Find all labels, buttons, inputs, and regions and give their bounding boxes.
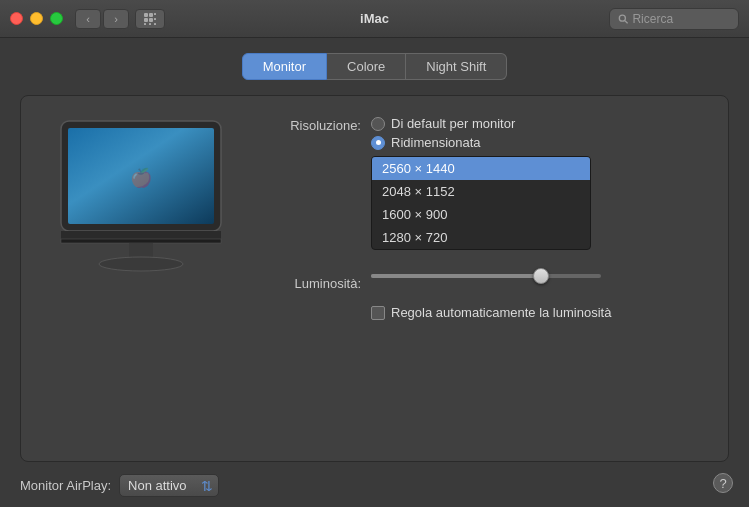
bottom-bar: Monitor AirPlay: Non attivo Attivo ⇅ Mos… xyxy=(20,474,729,497)
brightness-label: Luminosità: xyxy=(261,274,361,291)
slider-track xyxy=(371,274,601,278)
tab-colore[interactable]: Colore xyxy=(327,53,406,80)
search-bar[interactable] xyxy=(609,8,739,30)
svg-rect-5 xyxy=(154,18,156,20)
panel-inner: 🍎 Risoluzione: Di default per monitor xyxy=(41,116,708,320)
svg-point-16 xyxy=(99,257,183,271)
airplay-dropdown-wrapper: Non attivo Attivo ⇅ xyxy=(119,474,219,497)
settings-area: Risoluzione: Di default per monitor Ridi… xyxy=(261,116,708,320)
nav-buttons: ‹ › xyxy=(75,9,165,29)
airplay-dropdown[interactable]: Non attivo Attivo xyxy=(119,474,219,497)
slider-thumb[interactable] xyxy=(533,268,549,284)
search-input[interactable] xyxy=(632,12,730,26)
help-icon: ? xyxy=(719,476,726,491)
auto-brightness-checkbox[interactable] xyxy=(371,306,385,320)
window-controls xyxy=(10,12,63,25)
svg-rect-2 xyxy=(144,18,148,22)
svg-rect-0 xyxy=(144,13,148,17)
maximize-button[interactable] xyxy=(50,12,63,25)
minimize-button[interactable] xyxy=(30,12,43,25)
back-button[interactable]: ‹ xyxy=(75,9,101,29)
forward-button[interactable]: › xyxy=(103,9,129,29)
svg-rect-4 xyxy=(154,13,156,15)
tab-monitor[interactable]: Monitor xyxy=(242,53,327,80)
resolution-radio-group: Di default per monitor Ridimensionata xyxy=(371,116,591,150)
airplay-row: Monitor AirPlay: Non attivo Attivo ⇅ xyxy=(20,474,219,497)
imac-image: 🍎 xyxy=(41,116,241,276)
svg-rect-7 xyxy=(149,23,151,25)
help-button[interactable]: ? xyxy=(713,473,733,493)
svg-rect-1 xyxy=(149,13,153,17)
main-content: Monitor Colore Night Shift xyxy=(0,38,749,507)
radio-circle-scaled xyxy=(371,136,385,150)
close-button[interactable] xyxy=(10,12,23,25)
titlebar: ‹ › iMac xyxy=(0,0,749,38)
svg-rect-3 xyxy=(149,18,153,22)
resolution-item-3[interactable]: 1280 × 720 xyxy=(372,226,590,249)
grid-button[interactable] xyxy=(135,9,165,29)
radio-default-label: Di default per monitor xyxy=(391,116,515,131)
brightness-row: Luminosità: xyxy=(261,274,708,291)
settings-panel: 🍎 Risoluzione: Di default per monitor xyxy=(20,95,729,462)
search-icon xyxy=(618,13,628,25)
resolution-label: Risoluzione: xyxy=(261,116,361,133)
resolution-list[interactable]: 2560 × 1440 2048 × 1152 1600 × 900 1280 … xyxy=(371,156,591,250)
radio-default[interactable]: Di default per monitor xyxy=(371,116,591,131)
slider-fill xyxy=(371,274,544,278)
resolution-item-2[interactable]: 1600 × 900 xyxy=(372,203,590,226)
svg-rect-6 xyxy=(144,23,146,25)
resolution-row: Risoluzione: Di default per monitor Ridi… xyxy=(261,116,708,250)
tab-night-shift[interactable]: Night Shift xyxy=(406,53,507,80)
svg-point-9 xyxy=(619,15,625,21)
airplay-label: Monitor AirPlay: xyxy=(20,478,111,493)
svg-line-10 xyxy=(625,20,628,23)
svg-rect-14 xyxy=(61,239,221,243)
auto-brightness-label: Regola automaticamente la luminosità xyxy=(391,305,611,320)
resolution-item-0[interactable]: 2560 × 1440 xyxy=(372,157,590,180)
window-title: iMac xyxy=(360,11,389,26)
svg-rect-8 xyxy=(154,23,156,25)
radio-scaled[interactable]: Ridimensionata xyxy=(371,135,591,150)
tab-bar: Monitor Colore Night Shift xyxy=(20,53,729,80)
radio-circle-default xyxy=(371,117,385,131)
brightness-slider[interactable] xyxy=(371,274,601,278)
resolution-item-1[interactable]: 2048 × 1152 xyxy=(372,180,590,203)
auto-brightness-row: Regola automaticamente la luminosità xyxy=(371,305,708,320)
svg-text:🍎: 🍎 xyxy=(130,167,153,189)
radio-scaled-label: Ridimensionata xyxy=(391,135,481,150)
